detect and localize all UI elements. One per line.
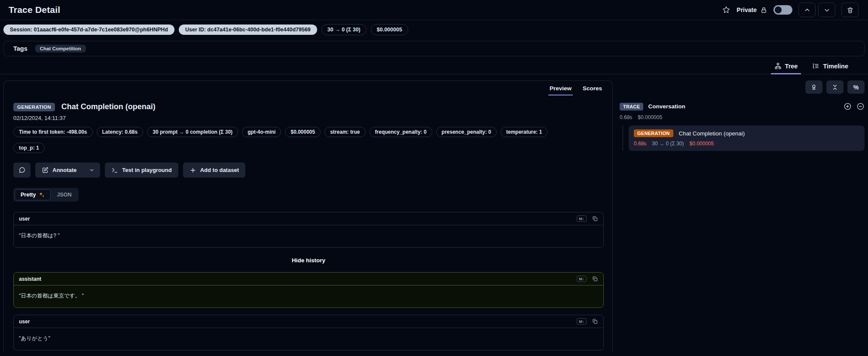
generation-type-badge: GENERATION — [13, 103, 55, 111]
previous-trace-button[interactable] — [798, 3, 816, 17]
metric-badge: 30 prompt → 0 completion (Σ 30) — [147, 127, 238, 137]
copy-icon — [592, 215, 598, 222]
format-pretty-segment[interactable]: Pretty — [15, 189, 51, 200]
copy-icon — [592, 276, 598, 282]
metric-badge: stream: true — [324, 127, 365, 137]
copy-icon — [592, 318, 598, 325]
copy-button[interactable] — [592, 215, 598, 222]
cost-badge: $0.000005 — [371, 24, 408, 35]
observation-panel: Preview Scores GENERATION Chat Completio… — [3, 80, 613, 353]
plus-circle-icon — [844, 102, 852, 110]
annotate-main[interactable]: Annotate — [35, 167, 83, 174]
tab-scores[interactable]: Scores — [583, 85, 602, 95]
sparkles-icon — [39, 192, 45, 198]
hide-history-link[interactable]: Hide history — [13, 257, 604, 264]
markdown-toggle-icon[interactable]: M↓ — [577, 318, 587, 325]
next-trace-button[interactable] — [818, 3, 835, 17]
message-actions: M↓ — [577, 276, 598, 282]
node-cost: $0.000005 — [689, 141, 714, 147]
format-json-segment[interactable]: JSON — [51, 189, 77, 200]
messages-list: user M↓ "日本の首都は? " Hide history assistan… — [13, 212, 604, 350]
award-icon — [810, 84, 817, 91]
markdown-toggle-icon[interactable]: M↓ — [577, 215, 587, 222]
collapse-all-button[interactable] — [826, 80, 844, 94]
message-assistant: assistant M↓ "日本の首都は東京です。 " — [13, 272, 604, 308]
trace-name: Conversation — [648, 103, 839, 110]
meta-badges-row: Session: 01aaacf6-e0fe-457d-a7de-7c1ee08… — [0, 20, 868, 39]
markdown-toggle-icon[interactable]: M↓ — [577, 276, 587, 282]
session-badge[interactable]: Session: 01aaacf6-e0fe-457d-a7de-7c1ee08… — [3, 25, 174, 35]
tab-tree[interactable]: Tree — [773, 61, 799, 74]
add-to-dataset-button[interactable]: Add to dataset — [183, 163, 245, 178]
add-to-dataset-label: Add to dataset — [200, 167, 239, 173]
message-role: assistant — [19, 276, 41, 282]
toggle-knob — [775, 6, 782, 13]
pretty-label: Pretty — [21, 192, 36, 198]
metrics-toggle-button[interactable]: % — [847, 80, 865, 94]
generation-timestamp: 02/12/2024, 14:11:37 — [13, 115, 603, 121]
delete-trace-button[interactable] — [841, 3, 859, 17]
tree-icon — [774, 62, 782, 70]
metric-badge: $0.000005 — [285, 127, 321, 137]
annotate-label: Annotate — [52, 167, 76, 173]
privacy-toggle[interactable] — [773, 5, 792, 15]
metric-badge: presence_penalty: 0 — [436, 127, 497, 137]
trace-type-badge: TRACE — [620, 103, 643, 110]
lock-icon — [760, 6, 767, 14]
node-tokens: 30 → 0 (Σ 30) — [652, 141, 684, 147]
annotate-dropdown[interactable] — [83, 167, 100, 173]
trace-tree-sidebar: % TRACE Conversation 0.68s $0.000005 — [620, 80, 865, 353]
tag-chip[interactable]: Chat Competition — [35, 45, 86, 52]
expand-all-button[interactable] — [844, 102, 852, 110]
privacy-control: Private — [737, 6, 767, 14]
scores-toggle-button[interactable] — [805, 80, 822, 94]
message-header: assistant M↓ — [14, 273, 603, 285]
tree-node-wrap: GENERATION Chat Completion (openai) 0.68… — [620, 126, 865, 151]
chevron-down-icon — [823, 6, 831, 14]
annotate-icon — [42, 167, 49, 174]
plus-icon — [189, 167, 196, 174]
message-user-2: user M↓ "ありがとう" — [13, 315, 604, 350]
message-role: user — [19, 216, 30, 222]
metric-badge: top_p: 1 — [13, 143, 45, 153]
generation-node-selected[interactable]: GENERATION Chat Completion (openai) 0.68… — [629, 126, 865, 151]
generation-title: Chat Completion (openai) — [61, 102, 156, 111]
message-actions: M↓ — [577, 215, 598, 222]
timeline-icon — [812, 62, 819, 70]
user-id-badge[interactable]: User ID: dc47a41e-06bc-400d-bde1-f0e440d… — [179, 25, 317, 35]
generation-header: GENERATION Chat Completion (openai) — [13, 102, 603, 111]
tree-controls: % — [620, 80, 865, 94]
top-header: Trace Detail Private — [0, 0, 868, 20]
metric-badge: frequency_penalty: 0 — [370, 127, 432, 137]
copy-button[interactable] — [592, 318, 598, 325]
copy-button[interactable] — [592, 276, 598, 282]
chevron-up-icon — [804, 6, 811, 14]
fold-vertical-icon — [831, 84, 838, 91]
tags-container: Tags Chat Competition — [3, 41, 865, 56]
node-latency: 0.68s — [634, 141, 646, 147]
test-in-playground-button[interactable]: Test in playground — [105, 163, 178, 178]
page-title: Trace Detail — [9, 5, 60, 15]
trace-latency: 0.68s — [620, 114, 632, 120]
metric-badge: Latency: 0.68s — [97, 127, 144, 137]
trace-metrics: 0.68s $0.000005 — [620, 114, 865, 120]
tab-preview[interactable]: Preview — [550, 85, 572, 95]
star-icon[interactable] — [722, 6, 730, 14]
tab-timeline-label: Timeline — [823, 63, 848, 70]
trace-nav-buttons — [798, 3, 835, 17]
collapse-node-button[interactable] — [856, 102, 865, 110]
message-header: user M↓ — [14, 212, 603, 225]
panel-tabs: Preview Scores — [4, 81, 612, 95]
comment-button[interactable] — [13, 163, 31, 178]
json-label: JSON — [57, 192, 71, 198]
tree-indent-guide — [623, 126, 623, 151]
trash-icon — [847, 6, 854, 14]
tab-timeline[interactable]: Timeline — [811, 61, 849, 74]
trace-root-row[interactable]: TRACE Conversation — [620, 102, 865, 110]
annotate-button[interactable]: Annotate — [35, 163, 100, 178]
node-header: GENERATION Chat Completion (openai) — [634, 129, 859, 137]
message-content: "日本の首都は? " — [14, 225, 603, 247]
tab-tree-label: Tree — [785, 63, 798, 70]
metric-badge: temperature: 1 — [501, 127, 547, 137]
metric-badges-row-1: Time to first token: -498.00s Latency: 0… — [13, 127, 603, 137]
